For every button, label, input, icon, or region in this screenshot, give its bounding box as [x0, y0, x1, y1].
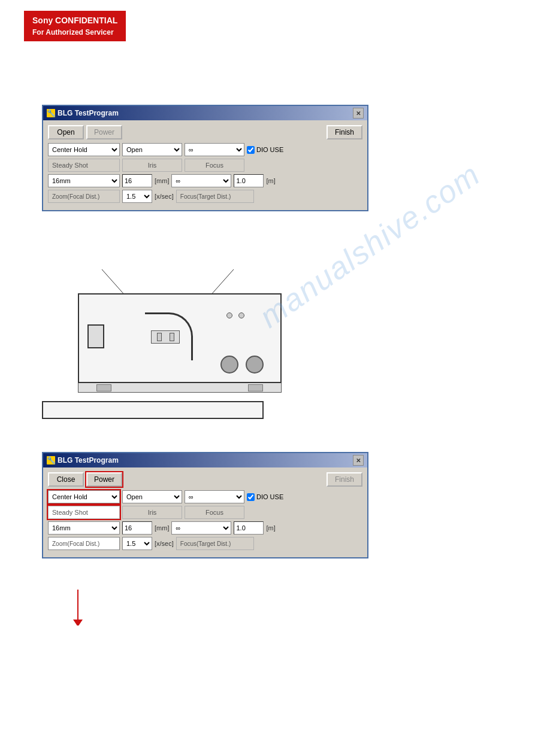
- close-button-1[interactable]: ✕: [353, 108, 364, 119]
- device-rect: [87, 324, 104, 348]
- power-button-1: Power: [86, 125, 122, 139]
- sony-banner: Sony CONFIDENTIAL For Authorized Service…: [24, 11, 126, 41]
- device-curve: [145, 312, 193, 360]
- window1-title: BLG TestProgram: [58, 109, 119, 117]
- title-icon-1: 🔧: [47, 109, 55, 117]
- focus-label-2: Focus: [185, 506, 244, 519]
- dropdown-row-2: Center Hold Open ∞ DIO USE: [48, 490, 362, 503]
- device-box-container: [42, 293, 300, 393]
- focus-inf-select-2[interactable]: ∞: [171, 521, 231, 535]
- foot-left: [96, 384, 111, 391]
- zoom-value-1[interactable]: 16: [122, 174, 152, 187]
- foot-right: [248, 384, 263, 391]
- titlebar-1: 🔧 BLG TestProgram ✕: [43, 106, 367, 120]
- steady-iris-focus-row-1: Steady Shot Iris Focus: [48, 159, 362, 172]
- arrow-svg: [72, 590, 84, 626]
- focus-value-2[interactable]: 1.0: [234, 521, 264, 535]
- infinity-select-2[interactable]: ∞: [185, 490, 244, 503]
- text-bar: [42, 401, 264, 419]
- dio-use-checkbox-1[interactable]: [247, 146, 255, 154]
- svg-line-0: [102, 269, 126, 296]
- xsec-unit-1: [x/sec]: [155, 193, 174, 200]
- m-unit-2: [m]: [266, 524, 275, 532]
- xsec-unit-2: [x/sec]: [155, 540, 174, 547]
- open-select-2[interactable]: Open: [122, 490, 182, 503]
- device-box: [78, 293, 282, 383]
- banner-subtitle: For Authorized Servicer: [32, 27, 117, 38]
- blg-window-2: 🔧 BLG TestProgram ✕ Close Power Finish C…: [42, 452, 368, 558]
- xsec-select-2[interactable]: 1.5: [122, 537, 152, 550]
- zoom-value-2[interactable]: 16: [122, 521, 152, 535]
- mm-unit-2: [mm]: [155, 524, 169, 532]
- svg-marker-3: [73, 620, 83, 626]
- window2-title: BLG TestProgram: [58, 456, 119, 464]
- focus-inf-select-1[interactable]: ∞: [171, 174, 231, 187]
- steady-iris-focus-row-2: Steady Shot Iris Focus: [48, 506, 362, 519]
- focus-value-1[interactable]: 1.0: [234, 174, 264, 187]
- finish-button-2: Finish: [327, 472, 362, 487]
- dio-use-label-1: DIO USE: [256, 146, 283, 153]
- iris-label-1: Iris: [122, 159, 182, 172]
- steady-shot-label-1: Steady Shot: [48, 159, 120, 172]
- focal-dist-row-1: Zoom(Focal Dist.) 1.5 [x/sec] Focus(Targ…: [48, 190, 362, 203]
- xsec-select-1[interactable]: 1.5: [122, 190, 152, 203]
- title-left-2: 🔧 BLG TestProgram: [47, 456, 119, 464]
- focal-select-1[interactable]: 16mm: [48, 174, 120, 187]
- zoom-row-2: 16mm 16 [mm] ∞ 1.0 [m]: [48, 521, 362, 535]
- blg-window-1: 🔧 BLG TestProgram ✕ Open Power Finish Ce…: [42, 105, 368, 211]
- button-row-2: Close Power Finish: [48, 472, 362, 487]
- window2-body: Close Power Finish Center Hold Open ∞ DI…: [43, 467, 367, 557]
- focus-target-label-2: Focus(Target Dist.): [176, 537, 254, 550]
- focal-dist-row-2: Zoom(Focal Dist.) 1.5 [x/sec] Focus(Targ…: [48, 537, 362, 550]
- red-arrow-annotation: [72, 590, 84, 627]
- power-button-2[interactable]: Power: [86, 472, 122, 487]
- focal-select-2[interactable]: 16mm: [48, 521, 120, 535]
- open-button-1[interactable]: Open: [48, 125, 84, 139]
- banner-title: Sony CONFIDENTIAL: [32, 14, 117, 27]
- focus-label-1: Focus: [185, 159, 244, 172]
- title-icon-2: 🔧: [47, 456, 55, 464]
- finish-button-1[interactable]: Finish: [327, 125, 362, 139]
- dio-use-area-2: DIO USE: [247, 493, 283, 501]
- svg-line-1: [210, 269, 234, 296]
- iris-label-2: Iris: [122, 506, 182, 519]
- dot-1: [226, 312, 232, 318]
- dio-use-label-2: DIO USE: [256, 493, 283, 500]
- button-round-2: [246, 356, 264, 374]
- dropdown-row-1: Center Hold Open ∞ DIO USE: [48, 143, 362, 156]
- titlebar-2: 🔧 BLG TestProgram ✕: [43, 453, 367, 467]
- dot-2: [238, 312, 244, 318]
- device-diagram: [42, 275, 300, 393]
- close-button-w2[interactable]: Close: [48, 472, 84, 487]
- dio-use-area-1: DIO USE: [247, 146, 283, 154]
- center-hold-select-2[interactable]: Center Hold: [48, 490, 120, 503]
- zoom-row-1: 16mm 16 [mm] ∞ 1.0 [m]: [48, 174, 362, 187]
- close-button-2[interactable]: ✕: [353, 455, 364, 466]
- button-round-1: [220, 356, 238, 374]
- steady-shot-label-2[interactable]: Steady Shot: [48, 506, 120, 519]
- dio-use-checkbox-2[interactable]: [247, 493, 255, 501]
- mm-unit-1: [mm]: [155, 177, 169, 184]
- button-row-1: Open Power Finish: [48, 125, 362, 139]
- open-select-1[interactable]: Open: [122, 143, 182, 156]
- m-unit-1: [m]: [266, 177, 275, 184]
- window1-body: Open Power Finish Center Hold Open ∞ DIO…: [43, 120, 367, 210]
- title-left-1: 🔧 BLG TestProgram: [47, 109, 119, 117]
- zoom-focal-label-1: Zoom(Focal Dist.): [48, 190, 120, 203]
- device-feet: [78, 383, 300, 393]
- infinity-select-1[interactable]: ∞: [185, 143, 244, 156]
- focus-target-label-1: Focus(Target Dist.): [176, 190, 254, 203]
- center-hold-select-1[interactable]: Center Hold: [48, 143, 120, 156]
- zoom-focal-label-2[interactable]: Zoom(Focal Dist.): [48, 537, 120, 550]
